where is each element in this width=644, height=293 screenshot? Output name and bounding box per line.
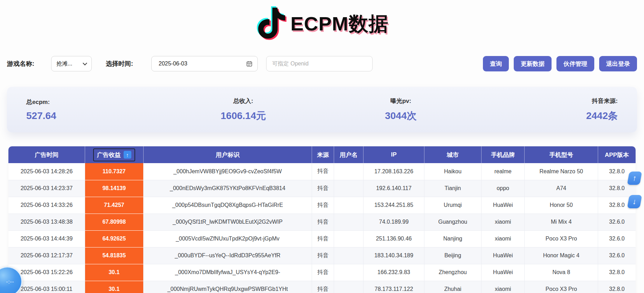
cell-brand: HuaWei [481,264,525,281]
stat-label: 抖音来源: [592,97,618,105]
cell-app-version: 32.6.0 [598,247,636,264]
cell-city: Guangzhou [424,214,481,230]
cell-app-version: 32.8.0 [598,281,636,293]
cell-ad-revenue: 54.81835 [85,247,144,264]
cell-openid: _000Xmo7DMbIlfyfwaJ_USYsY4-qYp2E9- [143,264,312,281]
table-body: 2025-06-03 14:28:26110.7327_000hJemVW8BY… [8,163,636,293]
stat-value: 3044次 [385,109,416,123]
cell-source: 抖音 [312,214,334,230]
game-select-value: 抢滩... [56,60,72,68]
col-header-ad-time: 广告时间 [8,146,85,163]
cell-ip: 166.232.9.83 [363,264,424,281]
cell-ip: 153.244.251.85 [363,197,424,214]
stat-value: 527.64 [26,110,56,121]
table-row: 2025-06-03 13:48:3867.80998_000yQSf1tR_l… [8,214,636,230]
cell-app-version: 32.6.0 [598,214,636,230]
stat-label: 曝光pv: [390,97,411,105]
stat-exposure-pv: 曝光pv: 3044次 [322,97,480,123]
cell-username [334,247,363,264]
cell-city: Tianjin [424,180,481,197]
cell-model: Mi Mix 4 [525,214,598,230]
stat-label: 总收入: [233,97,253,105]
cell-ad-revenue: 30.1 [85,264,144,281]
cell-openid: _000uBYDF--usYeQ--IdRdD3Pc955AeYfR [143,247,312,264]
game-select[interactable]: 抢滩... [51,56,92,71]
sort-asc-icon[interactable]: ↑ [124,151,131,159]
cell-brand: xiaomi [481,214,525,230]
cell-source: 抖音 [312,230,334,247]
table-row: 2025-06-03 14:33:2671.4257_000p54DBsunTg… [8,197,636,214]
logout-button[interactable]: 退出登录 [599,56,637,71]
cell-openid: _0005VcdI5wZfNUxuTpdK2pOj9vt-jGpMv [143,230,312,247]
cell-app-version: 32.6.0 [598,230,636,247]
query-button[interactable]: 查询 [483,56,509,71]
cell-city: Nanjing [424,230,481,247]
cell-username [334,163,363,180]
cell-ad-revenue: 64.92625 [85,230,144,247]
filter-bar: 游戏名称: 抢滩... 选择时间: 查询 更新数据 伙伴管理 退出登录 [7,56,637,71]
cell-model: Realme Narzo 50 [525,163,598,180]
stat-label: 总ecpm: [26,98,50,106]
cell-ad-time: 2025-06-03 13:48:38 [8,214,85,230]
table-row: 2025-06-03 14:23:3798.14139_000nEDsWy3mG… [8,180,636,197]
douyin-note-icon [256,6,289,42]
stat-douyin-source: 抖音来源: 2442条 [479,97,637,123]
calendar-icon[interactable] [246,61,252,67]
game-name-label: 游戏名称: [7,60,34,68]
ecpm-table-wrap: 广告时间广告收益↑用户标识来源用户名IP城市手机品牌手机型号APP版本 2025… [8,146,636,293]
openid-input[interactable] [272,61,367,67]
cell-source: 抖音 [312,247,334,264]
page-title: ECPM数据 [291,11,389,37]
page-header: ECPM数据 [0,5,644,43]
cell-ip: 192.6.140.117 [363,180,424,197]
cell-model: Nova 8 [525,264,598,281]
cell-city: Zhengzhou [424,264,481,281]
cell-model: Poco X3 Pro [525,230,598,247]
cell-brand: HuaWei [481,197,525,214]
cell-ad-revenue: 30.1 [85,281,144,293]
table-row: 2025-06-03 14:44:3964.92625_0005VcdI5wZf… [8,230,636,247]
cell-city: Urumqi [424,197,481,214]
time-label: 选择时间: [106,60,133,68]
refresh-data-button[interactable]: 更新数据 [514,56,552,71]
cell-brand: HuaWei [481,247,525,264]
scroll-top-button[interactable]: ↑ [627,172,642,185]
cell-ad-time: 2025-06-03 14:33:26 [8,197,85,214]
col-header-model: 手机型号 [525,146,598,163]
col-header-ad-revenue[interactable]: 广告收益↑ [85,146,144,163]
cell-username [334,264,363,281]
table-header-row: 广告时间广告收益↑用户标识来源用户名IP城市手机品牌手机型号APP版本 [8,146,636,163]
cell-ad-revenue: 71.4257 [85,197,144,214]
cell-source: 抖音 [312,180,334,197]
col-header-ip: IP [363,146,424,163]
cell-source: 抖音 [312,281,334,293]
stat-value: 1606.14元 [221,109,266,123]
table-row: 2025-06-03 15:00:1130.1_000NmjRUwmTykQHR… [8,281,636,293]
cell-ip: 74.0.189.99 [363,214,424,230]
scroll-bottom-button[interactable]: ↓ [627,195,642,208]
data-table: 广告时间广告收益↑用户标识来源用户名IP城市手机品牌手机型号APP版本 2025… [8,146,636,293]
revenue-sort-control[interactable]: 广告收益↑ [93,148,135,161]
col-header-brand: 手机品牌 [481,146,525,163]
cell-source: 抖音 [312,264,334,281]
cell-city: Beijing [424,247,481,264]
col-header-openid: 用户标识 [143,146,312,163]
date-picker[interactable] [151,56,258,71]
cell-openid: _000yQSf1tR_lwKDMTW0bLEutXj2G2vWIP [143,214,312,230]
cell-ad-time: 2025-06-03 12:17:37 [8,247,85,264]
stat-total-revenue: 总收入: 1606.14元 [165,97,322,123]
stat-total-ecpm: 总ecpm: 527.64 [7,98,165,121]
date-input[interactable] [159,61,246,67]
table-row: 2025-06-03 15:22:2630.1_000Xmo7DMbIlfyfw… [8,264,636,281]
cell-model: Honor Magic 4 [525,247,598,264]
cell-ad-time: 2025-06-03 14:28:26 [8,163,85,180]
cell-ip: 17.208.163.226 [363,163,424,180]
cell-model: A74 [525,180,598,197]
cell-model: Honor 50 [525,197,598,214]
col-header-app-version: APP版本 [598,146,636,163]
cell-openid: _000hJemVW8BYjj9EO9Gv9-cvZeoSf4f5W [143,163,312,180]
cell-openid: _000p54DBsunTgqDQ8XgBqpsG-HTaGiRrE [143,197,312,214]
timer-text: -:-- [6,279,14,285]
col-header-city: 城市 [424,146,481,163]
partner-manage-button[interactable]: 伙伴管理 [556,56,594,71]
